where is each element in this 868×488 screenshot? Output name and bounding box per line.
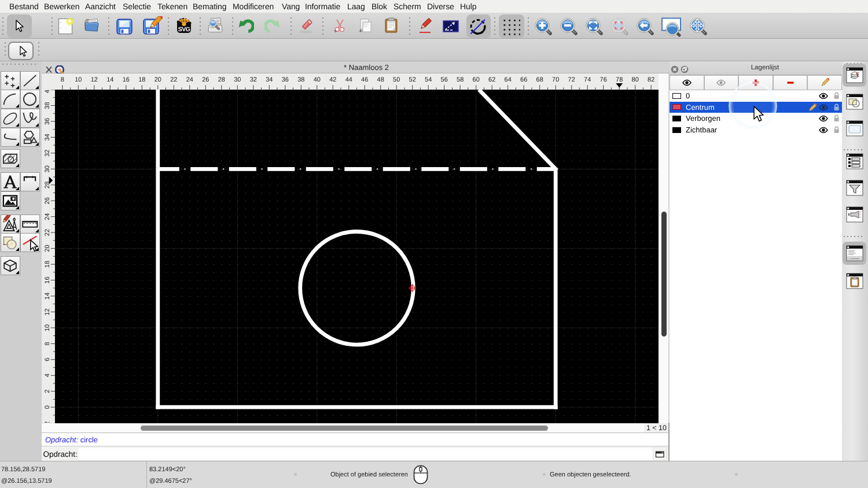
- svg-text:4: 4: [44, 374, 51, 377]
- svg-text:22: 22: [44, 229, 51, 236]
- svg-text:0: 0: [44, 405, 51, 409]
- svg-text:60: 60: [473, 76, 480, 83]
- svg-text:36: 36: [44, 118, 51, 125]
- svg-text:+: +: [359, 28, 362, 34]
- svg-text:38: 38: [44, 102, 51, 109]
- svg-text:16: 16: [123, 76, 130, 83]
- svg-text:44: 44: [345, 76, 352, 83]
- svg-text:54: 54: [425, 76, 432, 83]
- svg-text:80: 80: [632, 76, 639, 83]
- svg-text:32: 32: [44, 150, 51, 157]
- svg-text:42: 42: [329, 76, 336, 83]
- svg-text:32: 32: [250, 76, 257, 83]
- svg-text:40: 40: [314, 76, 321, 83]
- svg-text:2: 2: [44, 422, 51, 423]
- svg-text:78: 78: [616, 76, 623, 83]
- svg-text:24: 24: [186, 76, 193, 83]
- svg-text:40: 40: [44, 90, 51, 93]
- svg-text:62: 62: [488, 76, 495, 83]
- svg-text:26: 26: [44, 197, 51, 204]
- svg-text:68: 68: [536, 76, 543, 83]
- svg-text:24: 24: [44, 213, 51, 220]
- svg-text:c command: c command: [849, 257, 859, 260]
- svg-text:82: 82: [648, 76, 654, 83]
- svg-text:14: 14: [106, 76, 113, 83]
- svg-text:74: 74: [584, 76, 591, 83]
- svg-text:64: 64: [505, 76, 512, 83]
- svg-text:38: 38: [297, 76, 304, 83]
- svg-text:14: 14: [44, 293, 51, 300]
- svg-text:26: 26: [202, 76, 209, 83]
- svg-text:12: 12: [44, 308, 51, 315]
- svg-text:18: 18: [138, 76, 145, 83]
- svg-text:52: 52: [409, 76, 416, 83]
- svg-text:16: 16: [44, 276, 51, 283]
- svg-text:76: 76: [600, 76, 607, 83]
- svg-text:10: 10: [44, 324, 51, 331]
- svg-text:58: 58: [457, 76, 464, 83]
- svg-text:50: 50: [393, 76, 400, 83]
- svg-text:36: 36: [282, 76, 289, 83]
- svg-text:72: 72: [568, 76, 575, 83]
- svg-text:66: 66: [520, 76, 527, 83]
- svg-text:70: 70: [552, 76, 559, 83]
- svg-text:SVG: SVG: [178, 26, 190, 33]
- svg-text:8: 8: [44, 342, 51, 345]
- svg-text:46: 46: [361, 76, 368, 83]
- svg-text:6: 6: [44, 358, 51, 361]
- svg-text:8: 8: [61, 76, 64, 83]
- svg-text:20: 20: [44, 245, 51, 252]
- svg-text:30: 30: [234, 76, 241, 83]
- svg-text:2: 2: [44, 390, 51, 393]
- svg-text:18: 18: [44, 261, 51, 268]
- svg-text:34: 34: [266, 76, 273, 83]
- svg-text:30: 30: [44, 165, 51, 172]
- svg-text:10: 10: [75, 76, 82, 83]
- svg-text:12: 12: [91, 76, 98, 83]
- svg-text:+: +: [334, 28, 337, 34]
- svg-text:22: 22: [170, 76, 177, 83]
- svg-text:20: 20: [155, 76, 161, 83]
- svg-text:34: 34: [44, 134, 51, 141]
- svg-text:28: 28: [218, 76, 225, 83]
- svg-text:56: 56: [441, 76, 448, 83]
- svg-text:48: 48: [377, 76, 384, 83]
